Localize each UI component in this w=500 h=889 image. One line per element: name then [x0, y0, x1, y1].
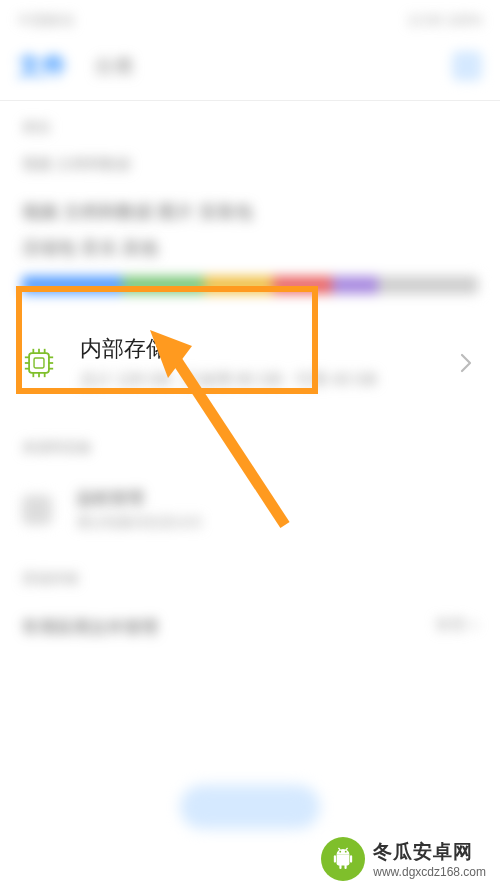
grid-icon[interactable]	[452, 51, 482, 81]
storage-subtitle: 总计 128 GB · 已使用 85 GB · 可用 43 GB	[80, 370, 454, 391]
storage-usage-bar	[22, 276, 478, 294]
list-item-sub: 通过电脑浏览器访问	[76, 514, 202, 532]
svg-rect-23	[345, 865, 347, 870]
watermark: 冬瓜安卓网 www.dgxcdz168.com	[307, 829, 500, 889]
watermark-title: 冬瓜安卓网	[373, 839, 486, 865]
watermark-url: www.dgxcdz168.com	[373, 865, 486, 879]
storage-text: 内部存储 总计 128 GB · 已使用 85 GB · 可用 43 GB	[80, 334, 454, 391]
category-line-b: 压缩包 音乐 其他	[0, 230, 500, 276]
svg-point-17	[345, 851, 347, 853]
android-icon	[321, 837, 365, 881]
svg-point-16	[340, 851, 342, 853]
section-label-2: 来源和设备	[0, 421, 500, 467]
list-item-title: 远程管理	[76, 487, 202, 510]
internal-storage-row[interactable]: 内部存储 总计 128 GB · 已使用 85 GB · 可用 43 GB	[0, 304, 500, 421]
status-right: 12:00 100%	[407, 12, 482, 30]
section-label-3: 其他存储	[0, 552, 500, 598]
svg-line-19	[346, 848, 348, 850]
settings-row[interactable]: 常用应用文件管理 管理 >	[0, 598, 500, 657]
status-bar: 中国移动 12:00 100%	[0, 0, 500, 36]
chevron-right-icon	[454, 351, 478, 375]
list-item[interactable]: 远程管理 通过电脑浏览器访问	[0, 467, 500, 552]
list-item-text: 远程管理 通过电脑浏览器访问	[76, 487, 202, 532]
status-carrier: 中国移动	[18, 12, 74, 30]
storage-title: 内部存储	[80, 334, 454, 364]
svg-rect-0	[29, 353, 49, 373]
settings-row-label: 常用应用文件管理	[22, 616, 158, 639]
section-label-1: 类别	[0, 101, 500, 147]
section-line-1: 视频 文档和数据	[0, 147, 500, 174]
clean-button[interactable]	[180, 785, 320, 829]
tabs-row: 文件 分类	[0, 36, 500, 100]
svg-rect-1	[34, 358, 44, 368]
list-item-icon	[22, 495, 52, 525]
tab-categories[interactable]: 分类	[94, 53, 134, 80]
tabs-left: 文件 分类	[18, 50, 134, 82]
chip-icon	[22, 346, 56, 380]
watermark-text: 冬瓜安卓网 www.dgxcdz168.com	[373, 839, 486, 879]
svg-rect-20	[334, 855, 336, 862]
svg-rect-22	[340, 865, 342, 870]
settings-row-value: 管理 >	[435, 616, 478, 639]
svg-line-18	[339, 848, 341, 850]
tab-files[interactable]: 文件	[18, 50, 66, 82]
category-line-a: 视频 文档和数据 图片 安装包	[0, 174, 500, 230]
svg-rect-21	[350, 855, 352, 862]
